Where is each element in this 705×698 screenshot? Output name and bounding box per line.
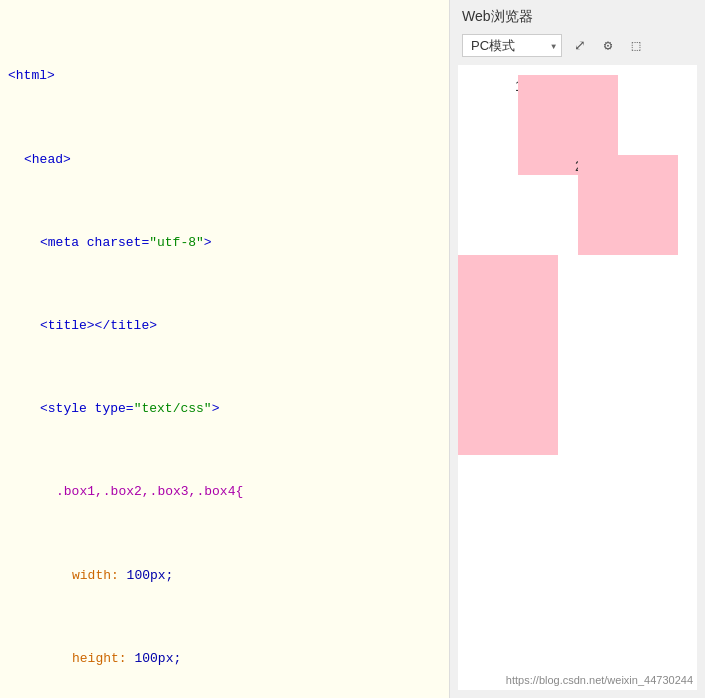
browser-title: Web浏览器 — [450, 0, 705, 30]
code-token: <title></title> — [40, 318, 157, 333]
mode-select-wrapper[interactable]: PC模式 — [462, 34, 562, 57]
code-line: width: 100px; — [0, 566, 449, 587]
code-line: <style type="text/css"> — [0, 399, 449, 420]
code-token: width: 100px; — [72, 568, 173, 583]
box4 — [458, 355, 558, 455]
browser-content: 1 2 3 4 https://blog.csdn.net/weixin_447… — [458, 65, 697, 690]
editor-panel: <html> <head> <meta charset="utf-8"> <ti… — [0, 0, 450, 698]
code-token: <head> — [24, 152, 71, 167]
box3 — [458, 255, 558, 355]
code-token: .box1,.box2,.box3,.box4{ — [56, 484, 243, 499]
code-line: <head> — [0, 150, 449, 171]
browser-toolbar: PC模式 ⤢ ⚙ ⬚ — [450, 30, 705, 65]
gear-icon[interactable]: ⚙ — [598, 36, 618, 56]
code-token: <meta charset="utf-8"> — [40, 235, 212, 250]
code-line: <html> — [0, 66, 449, 87]
expand-icon[interactable]: ⬚ — [626, 36, 646, 56]
code-line: <meta charset="utf-8"> — [0, 233, 449, 254]
code-line: height: 100px; — [0, 649, 449, 670]
watermark: https://blog.csdn.net/weixin_44730244 — [506, 674, 693, 686]
box2 — [578, 155, 678, 255]
code-line: <title></title> — [0, 316, 449, 337]
restore-icon[interactable]: ⤢ — [570, 36, 590, 56]
code-line: .box1,.box2,.box3,.box4{ — [0, 482, 449, 503]
code-token: <style type="text/css"> — [40, 401, 219, 416]
code-area: <html> <head> <meta charset="utf-8"> <ti… — [0, 0, 449, 698]
code-token: <html> — [8, 68, 55, 83]
browser-panel: Web浏览器 PC模式 ⤢ ⚙ ⬚ 1 2 3 4 https://blog.c… — [450, 0, 705, 698]
mode-select[interactable]: PC模式 — [462, 34, 562, 57]
code-token: height: 100px; — [72, 651, 181, 666]
